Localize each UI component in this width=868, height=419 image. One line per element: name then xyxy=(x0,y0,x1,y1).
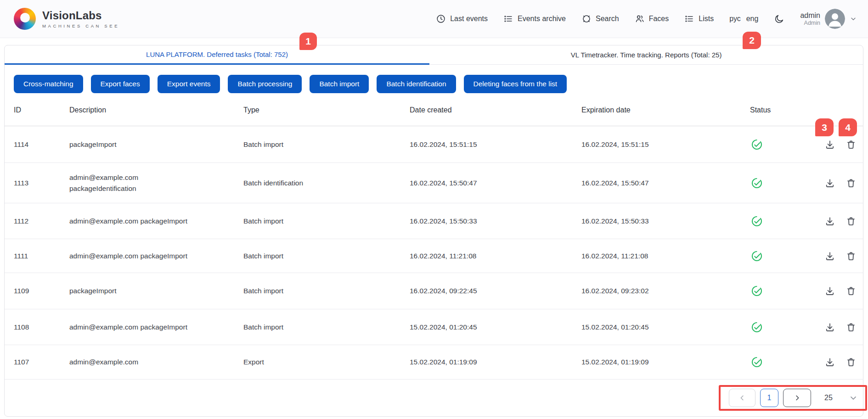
delete-task-button[interactable] xyxy=(845,139,857,150)
moon-icon xyxy=(774,14,784,24)
user-menu[interactable]: admin Admin xyxy=(800,9,857,29)
nav-item-last-events[interactable]: Last events xyxy=(436,14,488,24)
cell-id: 1109 xyxy=(14,287,69,295)
chevron-down-icon xyxy=(849,393,858,402)
nav-item-label: Faces xyxy=(649,15,669,23)
cell-date-created: 16.02.2024, 11:21:08 xyxy=(410,252,581,260)
column-header-type: Type xyxy=(243,106,410,114)
status-success-icon xyxy=(750,215,808,227)
export-faces-button[interactable]: Export faces xyxy=(91,75,150,93)
cell-description: packageImport xyxy=(69,285,194,296)
nav-item-events-archive[interactable]: Events archive xyxy=(503,14,566,24)
previous-page-button[interactable] xyxy=(729,389,755,407)
page: VisionLabs MACHINES CAN SEE Last events xyxy=(0,0,868,419)
cell-type: Batch import xyxy=(243,140,410,149)
deleting-faces-button[interactable]: Deleting faces from the list xyxy=(464,75,567,93)
annotation-badge-2: 2 xyxy=(743,32,761,49)
lang-rus[interactable]: рус xyxy=(729,15,741,23)
nav-item-lists[interactable]: Lists xyxy=(684,14,714,24)
delete-task-button[interactable] xyxy=(845,322,857,333)
page-size-dropdown[interactable] xyxy=(849,393,858,402)
cell-id: 1114 xyxy=(14,140,69,149)
download-icon xyxy=(824,139,835,150)
clock-icon xyxy=(436,14,446,24)
table-row: 1112 admin@example.com packageImport Bat… xyxy=(5,203,863,239)
user-names: admin Admin xyxy=(800,11,820,27)
search-focus-icon xyxy=(581,14,592,24)
nav-item-search[interactable]: Search xyxy=(581,14,619,24)
download-result-button[interactable] xyxy=(824,139,835,150)
annotation-badge-1: 1 xyxy=(299,33,317,50)
cross-matching-button[interactable]: Cross-matching xyxy=(14,75,83,93)
cell-expiration-date: 16.02.2024, 15:50:47 xyxy=(581,179,750,187)
status-success-icon xyxy=(750,250,808,262)
download-icon xyxy=(824,322,835,333)
list-icon xyxy=(684,14,694,24)
list-icon xyxy=(503,14,513,24)
tab-luna-deferred-tasks[interactable]: LUNA PLATFORM. Deferred tasks (Total: 75… xyxy=(5,45,429,65)
delete-task-button[interactable] xyxy=(845,285,857,296)
download-result-button[interactable] xyxy=(824,322,835,333)
download-icon xyxy=(824,251,835,262)
brand-tagline: MACHINES CAN SEE xyxy=(42,23,119,28)
delete-task-button[interactable] xyxy=(845,178,857,189)
people-icon xyxy=(635,14,645,24)
download-result-button[interactable] xyxy=(824,285,835,296)
export-events-button[interactable]: Export events xyxy=(158,75,220,93)
brand-logo: VisionLabs MACHINES CAN SEE xyxy=(14,8,119,30)
page-size-value[interactable]: 25 xyxy=(824,394,833,402)
status-success-icon xyxy=(750,321,808,333)
cell-date-created: 15.02.2024, 01:20:45 xyxy=(410,323,581,331)
nav-item-label: Lists xyxy=(699,15,714,23)
tab-bar: LUNA PLATFORM. Deferred tasks (Total: 75… xyxy=(5,45,863,65)
delete-task-button[interactable] xyxy=(845,216,857,227)
cell-id: 1112 xyxy=(14,217,69,225)
tab-vl-timetracker-reports[interactable]: VL Timetracker. Time tracking. Reports (… xyxy=(429,45,863,65)
cell-type: Export xyxy=(243,358,410,366)
task-actions-toolbar: Cross-matching Export faces Export event… xyxy=(5,65,863,94)
visionlabs-logo-icon xyxy=(14,8,36,30)
column-header-description: Description xyxy=(69,106,243,114)
download-result-button[interactable] xyxy=(824,357,835,368)
column-header-date-created: Date created xyxy=(410,106,581,114)
avatar[interactable] xyxy=(825,9,845,29)
chevron-right-icon xyxy=(793,394,801,402)
batch-identification-button[interactable]: Batch identification xyxy=(377,75,456,93)
pagination-annotation-box: 1 25 xyxy=(719,385,867,411)
column-header-expiration-date: Expiration date xyxy=(581,106,750,114)
cell-date-created: 16.02.2024, 15:51:15 xyxy=(410,140,581,149)
tasks-card: LUNA PLATFORM. Deferred tasks (Total: 75… xyxy=(4,45,863,417)
download-icon xyxy=(824,178,835,189)
table-row: 1111 admin@example.com packageImport Bat… xyxy=(5,239,863,273)
delete-task-button[interactable] xyxy=(845,357,857,368)
nav-item-label: Last events xyxy=(450,15,488,23)
cell-type: Batch identification xyxy=(243,179,410,187)
download-result-button[interactable] xyxy=(824,178,835,189)
download-icon xyxy=(824,216,835,227)
dark-mode-toggle[interactable] xyxy=(774,14,784,24)
cell-expiration-date: 16.02.2024, 15:51:15 xyxy=(581,140,750,149)
chevron-down-icon xyxy=(850,15,857,22)
cell-id: 1111 xyxy=(14,252,69,260)
brand-text: VisionLabs MACHINES CAN SEE xyxy=(42,9,119,28)
table-row: 1109 packageImport Batch import 16.02.20… xyxy=(5,273,863,309)
status-success-icon xyxy=(750,356,808,368)
download-result-button[interactable] xyxy=(824,251,835,262)
nav-item-faces[interactable]: Faces xyxy=(635,14,669,24)
status-success-icon xyxy=(750,285,808,297)
nav-item-label: Search xyxy=(596,15,619,23)
batch-import-button[interactable]: Batch import xyxy=(310,75,369,93)
cell-date-created: 16.02.2024, 15:50:33 xyxy=(410,217,581,225)
page-number-button[interactable]: 1 xyxy=(760,389,778,407)
status-success-icon xyxy=(750,139,808,151)
annotation-badge-4: 4 xyxy=(839,118,857,136)
annotation-badge-3: 3 xyxy=(815,118,834,136)
batch-processing-button[interactable]: Batch processing xyxy=(228,75,302,93)
table-row: 1108 admin@example.com packageImport Bat… xyxy=(5,309,863,345)
lang-eng[interactable]: eng xyxy=(746,15,759,23)
cell-expiration-date: 15.02.2024, 01:20:45 xyxy=(581,323,750,331)
delete-task-button[interactable] xyxy=(845,251,857,262)
next-page-button[interactable] xyxy=(783,389,811,407)
download-result-button[interactable] xyxy=(824,216,835,227)
user-role: Admin xyxy=(800,20,820,26)
